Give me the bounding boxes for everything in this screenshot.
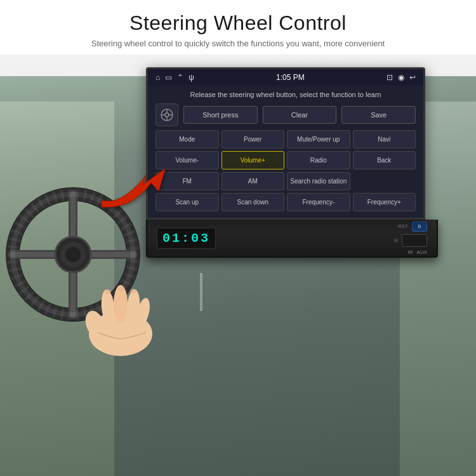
short-press-button[interactable]: Short press xyxy=(183,106,258,124)
status-icons-right: ⊡ ◉ ↩ xyxy=(387,73,416,82)
red-arrow-icon xyxy=(95,156,178,213)
location-icon: ◉ xyxy=(398,73,404,82)
screen-icon: ▭ xyxy=(165,73,172,82)
hardware-unit: 01:03 RST B U IR AUX xyxy=(146,220,438,258)
svg-point-27 xyxy=(105,289,111,294)
status-icons-left: ⌂ ▭ ⌃ ψ xyxy=(155,73,194,82)
volume-up-button[interactable]: Volume+ xyxy=(221,151,285,169)
mode-button[interactable]: Mode xyxy=(155,130,219,149)
hw-clock-display: 01:03 xyxy=(157,228,216,249)
page-subtitle: Steering wheel control to quickly switch… xyxy=(13,39,463,48)
frequency-up-button[interactable]: Frequency+ xyxy=(353,193,416,211)
top-buttons-row: Short press Clear Save xyxy=(155,103,416,126)
usb-icon: ψ xyxy=(188,73,194,82)
rst-label: RST xyxy=(398,223,408,229)
mute-power-up-button[interactable]: Mute/Power up xyxy=(287,130,350,149)
svg-point-29 xyxy=(130,289,136,294)
ir-label: IR xyxy=(408,249,413,255)
status-time: 1:05 PM xyxy=(276,73,305,82)
svg-point-28 xyxy=(117,286,124,291)
scan-down-button[interactable]: Scan down xyxy=(221,193,285,211)
arrow-container xyxy=(95,156,178,216)
radio-unit: ⌂ ▭ ⌃ ψ 1:05 PM ⊡ ◉ ↩ Release the steeri… xyxy=(146,67,438,258)
hand-svg xyxy=(63,264,178,359)
back-icon: ↩ xyxy=(409,73,416,82)
radio-button[interactable]: Radio xyxy=(287,151,350,169)
content-area: ⌂ ▭ ⌃ ψ 1:05 PM ⊡ ◉ ↩ Release the steeri… xyxy=(0,55,476,476)
hand xyxy=(63,264,178,359)
screen-content: Release the steering wheel button, selec… xyxy=(148,86,423,218)
u-label: U xyxy=(394,237,398,243)
up-arrow-icon: ⌃ xyxy=(177,73,183,82)
page-wrapper: Steering Wheel Control Steering wheel co… xyxy=(0,0,476,476)
power-button[interactable]: Power xyxy=(221,130,285,149)
cast-icon: ⊡ xyxy=(387,73,393,82)
hw-display-area: 01:03 xyxy=(157,228,394,249)
aux-label: AUX xyxy=(417,249,427,255)
b-button[interactable]: B xyxy=(412,221,427,232)
hw-card-slot xyxy=(402,234,427,247)
svg-point-1 xyxy=(165,113,169,117)
hw-time-text: 01:03 xyxy=(162,231,210,246)
clear-button[interactable]: Clear xyxy=(263,106,337,124)
page-title: Steering Wheel Control xyxy=(13,11,463,35)
status-bar: ⌂ ▭ ⌃ ψ 1:05 PM ⊡ ◉ ↩ xyxy=(148,69,423,86)
search-radio-button[interactable]: Search radio station xyxy=(287,172,350,190)
title-section: Steering Wheel Control Steering wheel co… xyxy=(0,0,476,55)
hw-top-row: RST B xyxy=(398,221,427,232)
hw-controls: RST B U IR AUX xyxy=(394,221,427,255)
instruction-text: Release the steering wheel button, selec… xyxy=(155,91,416,98)
head-unit-screen: ⌂ ▭ ⌃ ψ 1:05 PM ⊡ ◉ ↩ Release the steeri… xyxy=(146,67,425,220)
empty-cell xyxy=(353,172,416,190)
function-buttons-grid: Mode Power Mute/Power up Navi Volume- Vo… xyxy=(155,130,416,211)
am-button[interactable]: AM xyxy=(221,172,285,190)
hw-mid-row: U xyxy=(394,234,427,247)
frequency-down-button[interactable]: Frequency- xyxy=(287,193,350,211)
navi-button[interactable]: Navi xyxy=(353,130,416,149)
back-button[interactable]: Back xyxy=(353,151,416,169)
steering-wheel-icon xyxy=(155,103,178,126)
hw-bot-row: IR AUX xyxy=(408,249,427,255)
save-button[interactable]: Save xyxy=(341,106,416,124)
svg-point-19 xyxy=(65,247,81,262)
home-icon: ⌂ xyxy=(155,73,160,82)
